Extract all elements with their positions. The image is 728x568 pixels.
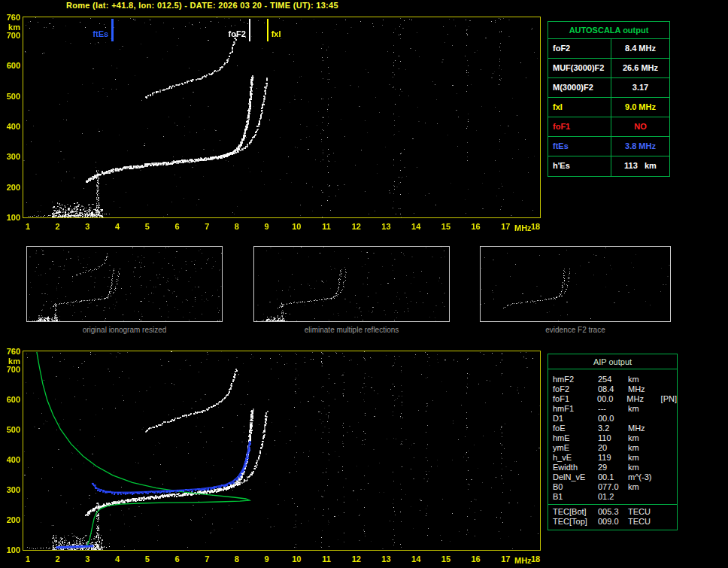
aip-param-unit: MHz: [628, 384, 663, 394]
aip-param-value: ---: [598, 404, 628, 414]
aip-param-unit: km: [628, 404, 663, 414]
thumb-original-ionogram: [26, 246, 223, 322]
x-tick-label: 9: [259, 222, 275, 231]
autoscala-row-label: M(3000)F2: [548, 78, 611, 97]
y-tick-label: 400: [0, 455, 20, 464]
autoscala-row-label: MUF(3000)F2: [548, 59, 611, 77]
marker-line-fxI: [267, 19, 268, 41]
x-tick-label: 10: [288, 554, 305, 563]
y-tick-label: 100: [0, 213, 20, 222]
aip-param-name: h_vE: [553, 453, 598, 463]
autoscala-row-value: 9.0 MHz: [611, 98, 669, 117]
autoscala-row: h'Es113 km: [548, 156, 669, 176]
aip-param-value: 077.0: [598, 482, 628, 492]
aip-param-extra: [663, 424, 677, 433]
x-tick-label: 12: [348, 554, 365, 563]
aip-table-rows: hmF2254kmfoF208.4MHzfoF100.0MHz[PN]hmF1-…: [548, 369, 677, 504]
marker-label-foF2: foF2: [213, 29, 246, 38]
aip-row: h_vE119km: [553, 453, 677, 463]
thumb-original-canvas: [27, 247, 222, 321]
aip-param-unit: km: [628, 375, 663, 384]
aip-row: foF100.0MHz[PN]: [553, 394, 677, 404]
aip-row: B0077.0km: [553, 482, 677, 492]
autoscala-row: foF28.4 MHz: [548, 39, 669, 59]
aip-param-name: B0: [553, 482, 598, 492]
thumb-eliminate-reflections: [253, 246, 450, 322]
aip-param-name: foE: [553, 424, 598, 433]
autoscala-row-label: fxI: [548, 98, 611, 117]
aip-row: hmF1---km: [553, 404, 677, 414]
bottom-x-axis-unit: MHz: [514, 556, 532, 565]
marker-label-ftEs: ftEs: [75, 29, 108, 38]
aip-param-extra: [663, 517, 677, 527]
aip-row: B101.2: [553, 492, 677, 502]
aip-param-extra: [663, 433, 677, 443]
aip-param-name: Ewidth: [553, 463, 598, 472]
marker-line-ftEs: [111, 19, 114, 41]
ionogram-bottom-plot: [23, 351, 541, 551]
thumb-evidence-f2: [480, 246, 671, 322]
autoscala-row-label: foF2: [548, 39, 611, 58]
autoscala-row-label: h'Es: [548, 156, 611, 176]
aip-param-name: hmF2: [553, 375, 598, 384]
x-tick-label: 14: [408, 554, 424, 563]
autoscala-row: ftEs3.8 MHz: [548, 137, 669, 156]
x-tick-label: 10: [288, 222, 305, 231]
aip-tec-rows: TEC[Bot]005.3TECUTEC[Top]009.0TECU: [548, 504, 677, 530]
x-tick-label: 17: [497, 222, 514, 231]
autoscala-row-label: foF1: [548, 117, 611, 136]
x-tick-label: 9: [259, 554, 275, 563]
aip-param-unit: km: [628, 433, 663, 443]
aip-param-value: 009.0: [598, 517, 628, 527]
aip-param-extra: [663, 472, 677, 482]
x-tick-label: 11: [318, 554, 335, 563]
x-tick-label: 13: [378, 554, 394, 563]
autoscala-screen: Rome (lat: +41.8, lon: 012.5) - DATE: 20…: [0, 0, 728, 568]
aip-param-extra: [663, 463, 677, 472]
y-tick-label: 760: [0, 347, 20, 356]
aip-param-value: 254: [598, 375, 628, 384]
ionogram-top-canvas: [23, 17, 540, 217]
aip-param-value: 3.2: [598, 424, 628, 433]
y-tick-label: 300: [0, 485, 20, 494]
thumb-evidence-canvas: [481, 247, 670, 321]
x-tick-label: 2: [50, 222, 66, 231]
x-tick-label: 8: [229, 554, 245, 563]
autoscala-row-value: 26.6 MHz: [611, 59, 669, 77]
aip-param-extra: [663, 384, 677, 394]
x-tick-label: 3: [79, 222, 96, 231]
x-tick-label: 12: [348, 222, 365, 231]
ionogram-top-plot: ftEsfoF2fxI: [23, 17, 541, 218]
thumb-caption-eliminate: eliminate multiple reflections: [253, 326, 450, 334]
y-tick-label: 200: [0, 183, 20, 192]
ionogram-bottom-canvas: [23, 351, 540, 550]
aip-param-name: foF1: [553, 394, 597, 404]
aip-param-value: 00.0: [597, 394, 626, 404]
y-tick-label: 760: [0, 13, 20, 22]
y-tick-label: 700: [0, 31, 20, 40]
x-tick-label: 4: [109, 554, 126, 563]
aip-row: foF208.4MHz: [553, 384, 677, 394]
autoscala-table-title: AUTOSCALA output: [548, 22, 669, 39]
aip-param-extra: [663, 443, 677, 453]
aip-param-name: D1: [553, 414, 598, 424]
x-tick-label: 14: [408, 222, 424, 231]
autoscala-row: M(3000)F23.17: [548, 78, 669, 98]
aip-row: hmF2254km: [553, 375, 677, 384]
y-tick-label: 500: [0, 425, 20, 434]
aip-row: foE3.2MHz: [553, 424, 677, 433]
aip-row: ymE20km: [553, 443, 677, 453]
x-tick-label: 6: [169, 554, 186, 563]
aip-param-unit: MHz: [628, 424, 663, 433]
aip-param-unit: TECU: [628, 517, 663, 527]
aip-param-unit: [628, 492, 663, 502]
thumb-caption-evidence: evidence F2 trace: [480, 326, 671, 334]
autoscala-row-value: 3.8 MHz: [611, 137, 669, 156]
x-tick-label: 16: [468, 554, 484, 563]
aip-param-extra: [663, 492, 677, 502]
aip-param-value: 01.2: [598, 492, 628, 502]
aip-param-unit: m^(-3): [628, 472, 663, 482]
aip-param-name: ymE: [553, 443, 598, 453]
y-tick-label: 400: [0, 122, 20, 131]
aip-row: TEC[Bot]005.3TECU: [553, 507, 677, 517]
